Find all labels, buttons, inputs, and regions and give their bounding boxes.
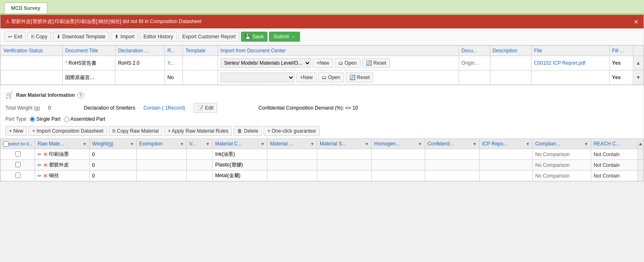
col-declaration: Declaration ... [115,46,165,56]
apply-rules-button[interactable]: + Apply Raw Material Rules [164,126,232,136]
save-icon: 💾 [245,34,251,40]
filter-complian-icon[interactable]: ▼ [584,142,588,146]
filter-material-s-icon[interactable]: ▼ [365,142,369,146]
material-2-cell-2 [267,171,317,181]
col-fill: Fill ... [609,46,633,56]
open-button-1[interactable]: 🗂 Open [335,58,361,68]
reach-c-cell-2: Not Contain [591,171,637,181]
single-part-option[interactable]: Single Part [30,116,61,122]
v-cell-2 [187,171,213,181]
import-composition-button[interactable]: + Import Composition Datasheet [28,126,107,136]
filter-material-c-icon[interactable]: ▼ [261,142,265,146]
filter-raw-material-icon[interactable]: ▼ [83,142,87,146]
filter-weight-icon[interactable]: ▼ [130,142,134,146]
select-all-checkbox[interactable] [3,141,9,147]
col-v: V... ▼ [187,139,213,149]
table-row: 国際原厳宣... No +New 🗂 Open 🔄 Reset [1,70,644,85]
verification-status-cell-2 [1,70,63,85]
filter-icp-icon[interactable]: ▼ [526,142,530,146]
assembled-part-option[interactable]: Assembled Part [64,116,105,122]
col-exemption: Exemption ▼ [136,139,187,149]
homogen-cell-0 [372,149,425,160]
one-click-guarantee-button[interactable]: + One-click guarantee [264,126,320,136]
complian-cell-0: No Comparison [532,149,591,160]
download-template-button[interactable]: ⬇ Download Template [53,32,109,42]
row-checkbox-2[interactable] [15,173,21,178]
copy-raw-button[interactable]: ⎘ Copy Raw Material [109,126,162,136]
import-button[interactable]: ⬆ Import [111,32,138,42]
new-button-2[interactable]: +New [296,73,316,82]
edit-pencil-icon-0[interactable]: ✏ [37,152,42,157]
edit-icon: 📝 [197,105,204,111]
open-button-2[interactable]: 🗂 Open [318,73,344,82]
table-scroll-up[interactable]: ▲ [638,141,643,147]
exit-button[interactable]: ↩ Exit [5,32,26,42]
delete-x-icon-2[interactable]: ✕ [43,173,47,179]
v-cell-0 [187,149,213,160]
material-s-cell-0 [317,149,371,160]
reset-button-1[interactable]: 🔄 Reset [362,58,390,68]
edit-pencil-icon-2[interactable]: ✏ [37,173,42,179]
new-material-button[interactable]: + New [5,126,27,136]
single-part-radio[interactable] [30,117,35,122]
reset-button-2[interactable]: 🔄 Reset [346,73,374,82]
confidenti-cell-2 [425,171,479,181]
exemption-cell-2 [136,171,187,181]
declaration-edit-button[interactable]: 📝 Edit [194,103,218,113]
material-table-row: ✏ ✕ 塑胶外皮 0 Plastic(塑膠) No Comparison Not… [1,160,644,171]
row-checkbox-1[interactable] [15,162,21,167]
col-confidenti: Confidenti... ▼ [425,139,479,149]
row-scroll-cell-2 [638,171,644,181]
total-weight-label: Total Weight (g) [5,105,40,111]
alert-close-button[interactable]: ✕ [634,19,639,25]
new-button-1[interactable]: +New [313,58,333,68]
submit-button[interactable]: Submit → [269,32,300,42]
material-c-cell-0: Ink(油墨) [213,149,267,160]
filter-exemption-icon[interactable]: ▼ [180,142,184,146]
homogen-cell-1 [372,160,425,171]
scroll-down-arrow[interactable]: ▼ [636,75,641,80]
row-checkbox-cell-0 [1,149,35,160]
filter-confidenti-icon[interactable]: ▼ [473,142,477,146]
import-cell-1: Series/ Models/ Materials Level/O... +Ne… [218,56,459,70]
file-link-1[interactable]: C00152 ICP Report.pdf [534,60,585,66]
copy-button[interactable]: ⎘ Copy [28,32,51,42]
col-r: R... [165,46,183,56]
row-checkbox-0[interactable] [15,151,21,157]
scroll-col: ▲ [638,139,644,149]
scroll-up-arrow[interactable]: ▲ [636,60,641,66]
delete-x-icon-1[interactable]: ✕ [43,162,47,168]
description-cell-1 [490,56,532,70]
filter-v-icon[interactable]: ▼ [206,142,210,146]
help-icon[interactable]: ? [77,92,84,98]
filter-homogen-icon[interactable]: ▼ [418,142,422,146]
material-s-cell-2 [317,171,371,181]
scroll-down-cell: ▼ [633,70,644,85]
filter-material-2-icon[interactable]: ▼ [310,142,314,146]
editor-history-button[interactable]: Editor History [140,32,177,42]
copy-raw-icon: ⎘ [112,128,115,134]
export-customer-report-button[interactable]: Export Customer Report [178,32,239,42]
exemption-cell-0 [136,149,187,160]
material-table: select for d... Raw Mate... ▼ Weight(g) [0,138,644,181]
action-bar: + New + Import Composition Datasheet ⎘ C… [0,124,644,138]
row-checkbox-cell-1 [1,160,35,171]
fill-cell-1: Yes [609,56,633,70]
confidenti-cell-1 [425,160,479,171]
import-dropdown-1[interactable]: Series/ Models/ Materials Level/O... [220,58,311,68]
mcd-survey-tab[interactable]: MCD Survey [4,2,47,14]
raw-material-icon: 🛒 [5,91,14,99]
raw-material-cell-1: ✏ ✕ 塑胶外皮 [35,160,89,171]
import-dropdown-2[interactable] [220,73,295,82]
save-button[interactable]: 💾 Save [241,32,267,42]
edit-pencil-icon-1[interactable]: ✏ [37,162,42,168]
assembled-part-radio[interactable] [64,117,69,122]
alert-message: ⚠ 塑胶外皮[塑胶外皮];印刷油墨[印刷油墨];铜丝[铜丝] did not f… [5,18,201,25]
scroll-up-cell: ▲ [633,56,644,70]
delete-x-icon-0[interactable]: ✕ [43,152,47,157]
table-row: * RoHS宣告書 RoHS 2.0 Y... Series/ Models/ … [1,56,644,70]
col-material-2: Material ... ▼ [267,139,317,149]
declaration-value[interactable]: Contain ( 1Record) [143,105,185,111]
raw-material-cell-0: ✏ ✕ 印刷油墨 [35,149,89,160]
delete-button[interactable]: 🗑 Delete [234,126,262,136]
